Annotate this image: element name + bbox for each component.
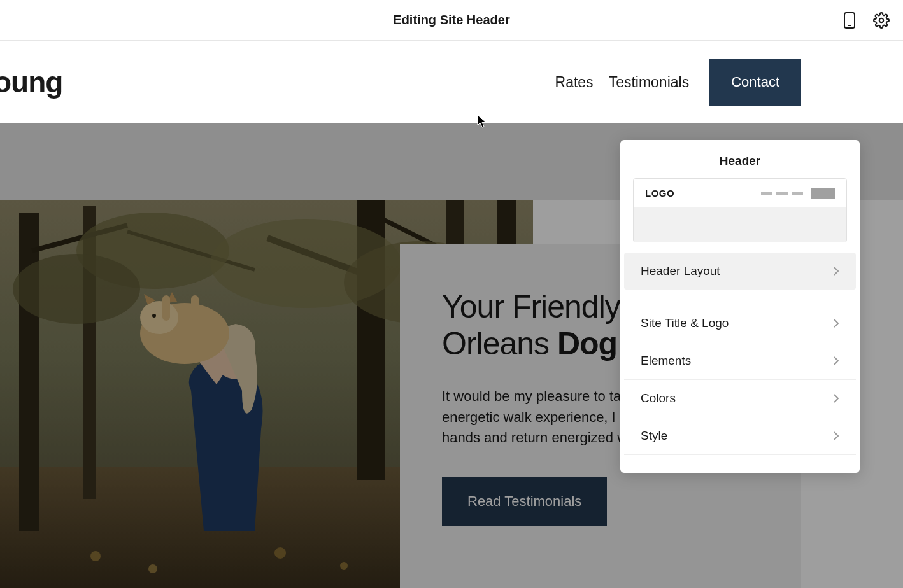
nav-link-rates[interactable]: Rates [555, 74, 594, 91]
editor-toolbar: Editing Site Header [0, 0, 903, 41]
panel-item-style[interactable]: Style [624, 417, 856, 455]
chevron-right-icon [833, 318, 839, 328]
layout-preview-navitem [776, 192, 788, 195]
panel-item-site-title-logo[interactable]: Site Title & Logo [624, 305, 856, 342]
nav-link-testimonials[interactable]: Testimonials [609, 74, 690, 91]
panel-item-label: Site Title & Logo [641, 316, 729, 330]
panel-item-label: Header Layout [641, 264, 720, 278]
chevron-right-icon [833, 356, 839, 366]
contact-button[interactable]: Contact [709, 59, 801, 106]
svg-point-2 [879, 18, 884, 22]
panel-item-label: Elements [641, 354, 691, 368]
site-title[interactable]: oung [0, 65, 62, 99]
layout-preview-navitem [761, 192, 772, 195]
mobile-icon [843, 11, 856, 29]
layout-preview-cta [811, 188, 835, 199]
panel-item-colors[interactable]: Colors [624, 380, 856, 417]
editor-actions [841, 0, 890, 40]
editor-mode-title: Editing Site Header [393, 13, 509, 27]
panel-item-elements[interactable]: Elements [624, 342, 856, 380]
panel-title: Header [620, 140, 860, 178]
gear-icon [873, 12, 890, 29]
chevron-right-icon [833, 393, 839, 403]
layout-preview-top: LOGO [634, 179, 846, 207]
panel-item-label: Style [641, 429, 667, 443]
chevron-right-icon [833, 266, 839, 276]
site-header: oung Rates Testimonials Contact [0, 41, 903, 123]
mobile-preview-button[interactable] [841, 11, 858, 29]
header-layout-preview[interactable]: LOGO [633, 178, 847, 242]
settings-button[interactable] [872, 11, 890, 29]
header-settings-panel: Header LOGO Header Layout Site Title & L… [620, 140, 860, 473]
layout-preview-body [634, 207, 846, 242]
nav-links: Rates Testimonials Contact [555, 59, 801, 106]
layout-preview-logo: LOGO [645, 188, 757, 199]
panel-item-label: Colors [641, 391, 676, 405]
panel-item-header-layout[interactable]: Header Layout [624, 253, 856, 290]
chevron-right-icon [833, 431, 839, 441]
layout-preview-navitem [792, 192, 803, 195]
